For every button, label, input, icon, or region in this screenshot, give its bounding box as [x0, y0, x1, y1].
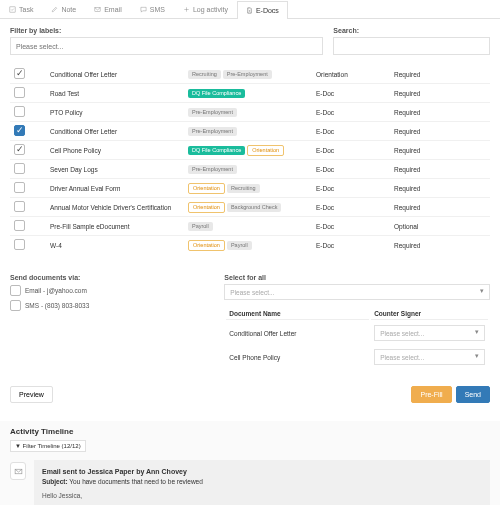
label-pill: Payroll	[227, 241, 252, 250]
filter-input[interactable]	[10, 37, 323, 55]
label-pill: DQ File Compliance	[188, 89, 245, 98]
send-section: Send documents via: Email - j@yahoo.com …	[10, 274, 490, 370]
row-checkbox[interactable]	[14, 106, 25, 117]
label-pill: Pre-Employment	[188, 127, 237, 136]
table-row: Road TestDQ File ComplianceE-DocRequired	[10, 84, 490, 103]
doc-labels: DQ File Compliance	[184, 84, 312, 103]
row-checkbox[interactable]	[14, 87, 25, 98]
send-button[interactable]: Send	[456, 386, 490, 403]
label-pill: Recruiting	[227, 184, 260, 193]
filter-row: Filter by labels: Search:	[10, 27, 490, 55]
cs-dropdown[interactable]: Please select...	[374, 325, 485, 341]
doc-required: Required	[390, 160, 490, 179]
col-doc-name: Document Name	[226, 308, 369, 320]
row-checkbox[interactable]	[14, 163, 25, 174]
doc-labels: Payroll	[184, 217, 312, 236]
tab-label: SMS	[150, 6, 165, 13]
doc-type: E-Doc	[312, 84, 390, 103]
tabs-bar: Task Note Email SMS Log activity E-Docs	[0, 0, 500, 19]
select-all-value: Please select...	[224, 284, 490, 300]
doc-required: Optional	[390, 217, 490, 236]
row-checkbox[interactable]	[14, 182, 25, 193]
row-checkbox[interactable]	[14, 220, 25, 231]
documents-table: Conditional Offer LetterRecruitingPre-Em…	[10, 65, 490, 254]
doc-labels: DQ File ComplianceOrientation	[184, 141, 312, 160]
tab-label: Log activity	[193, 6, 228, 13]
tab-email[interactable]: Email	[85, 0, 131, 18]
search-input[interactable]	[333, 37, 490, 55]
tab-label: Note	[61, 6, 76, 13]
doc-labels: OrientationBackground Check	[184, 198, 312, 217]
label-pill: Orientation	[247, 145, 284, 156]
timeline-item: Email sent to Jessica Paper by Ann Chove…	[10, 460, 490, 505]
doc-labels: Pre-Employment	[184, 103, 312, 122]
doc-type: E-Doc	[312, 141, 390, 160]
select-all-dropdown[interactable]: Please select...	[224, 284, 490, 300]
timeline-title: Activity Timeline	[10, 427, 490, 436]
doc-name: Conditional Offer Letter	[46, 65, 184, 84]
label-pill: Payroll	[188, 222, 213, 231]
row-checkbox[interactable]	[14, 239, 25, 250]
subject-text: You have documents that need to be revie…	[69, 478, 202, 485]
doc-type: E-Doc	[312, 179, 390, 198]
label-pill: DQ File Compliance	[188, 146, 245, 155]
label-pill: Pre-Employment	[188, 165, 237, 174]
email-greeting: Hello Jessica,	[42, 491, 482, 501]
select-all-label: Select for all	[224, 274, 490, 281]
send-sms-label: SMS - (803) 803-8033	[25, 302, 89, 309]
tab-edocs[interactable]: E-Docs	[237, 1, 288, 19]
tab-task[interactable]: Task	[0, 0, 42, 18]
timeline-item-title: Email sent to Jessica Paper by Ann Chove…	[42, 468, 187, 475]
row-checkbox[interactable]	[14, 125, 25, 136]
send-via-label: Send documents via:	[10, 274, 214, 281]
table-row: Annual Motor Vehicle Driver's Certificat…	[10, 198, 490, 217]
send-email-label: Email - j@yahoo.com	[25, 287, 87, 294]
doc-name: Cell Phone Policy	[46, 141, 184, 160]
doc-labels: RecruitingPre-Employment	[184, 65, 312, 84]
checkbox-icon	[10, 285, 21, 296]
table-row: Cell Phone PolicyDQ File ComplianceOrien…	[10, 141, 490, 160]
tab-sms[interactable]: SMS	[131, 0, 174, 18]
checkbox-icon	[10, 300, 21, 311]
row-checkbox[interactable]	[14, 68, 25, 79]
tab-log-activity[interactable]: Log activity	[174, 0, 237, 18]
filter-label: Filter by labels:	[10, 27, 323, 34]
table-row: Conditional Offer LetterPre-EmploymentE-…	[10, 122, 490, 141]
prefill-button[interactable]: Pre-Fill	[411, 386, 451, 403]
doc-required: Required	[390, 179, 490, 198]
send-email-option[interactable]: Email - j@yahoo.com	[10, 285, 214, 296]
tab-note[interactable]: Note	[42, 0, 85, 18]
cs-doc-name: Cell Phone Policy	[226, 346, 369, 368]
svg-rect-0	[10, 7, 15, 12]
cs-dropdown[interactable]: Please select...	[374, 349, 485, 365]
doc-required: Required	[390, 122, 490, 141]
doc-type: E-Doc	[312, 122, 390, 141]
send-sms-option[interactable]: SMS - (803) 803-8033	[10, 300, 214, 311]
doc-type: E-Doc	[312, 103, 390, 122]
table-row: Pre-Fill Sample eDocumentPayrollE-DocOpt…	[10, 217, 490, 236]
doc-type: Orientation	[312, 65, 390, 84]
timeline-filter-button[interactable]: ▼ Filter Timeline (12/12)	[10, 440, 86, 452]
doc-labels: Pre-Employment	[184, 122, 312, 141]
label-pill: Pre-Employment	[223, 70, 272, 79]
table-row: Seven Day LogsPre-EmploymentE-DocRequire…	[10, 160, 490, 179]
row-checkbox[interactable]	[14, 201, 25, 212]
search-label: Search:	[333, 27, 490, 34]
label-pill: Orientation	[188, 183, 225, 194]
doc-name: W-4	[46, 236, 184, 255]
doc-name: PTO Policy	[46, 103, 184, 122]
cs-dropdown-value: Please select...	[374, 349, 485, 365]
label-pill: Pre-Employment	[188, 108, 237, 117]
doc-labels: OrientationPayroll	[184, 236, 312, 255]
counter-signer-table: Document Name Counter Signer Conditional…	[224, 306, 490, 370]
preview-button[interactable]: Preview	[10, 386, 53, 403]
doc-required: Required	[390, 103, 490, 122]
cs-row: Conditional Offer LetterPlease select...	[226, 322, 488, 344]
doc-name: Driver Annual Eval Form	[46, 179, 184, 198]
row-checkbox[interactable]	[14, 144, 25, 155]
timeline-card: Email sent to Jessica Paper by Ann Chove…	[34, 460, 490, 505]
label-pill: Background Check	[227, 203, 281, 212]
doc-required: Required	[390, 84, 490, 103]
doc-name: Road Test	[46, 84, 184, 103]
doc-required: Required	[390, 65, 490, 84]
